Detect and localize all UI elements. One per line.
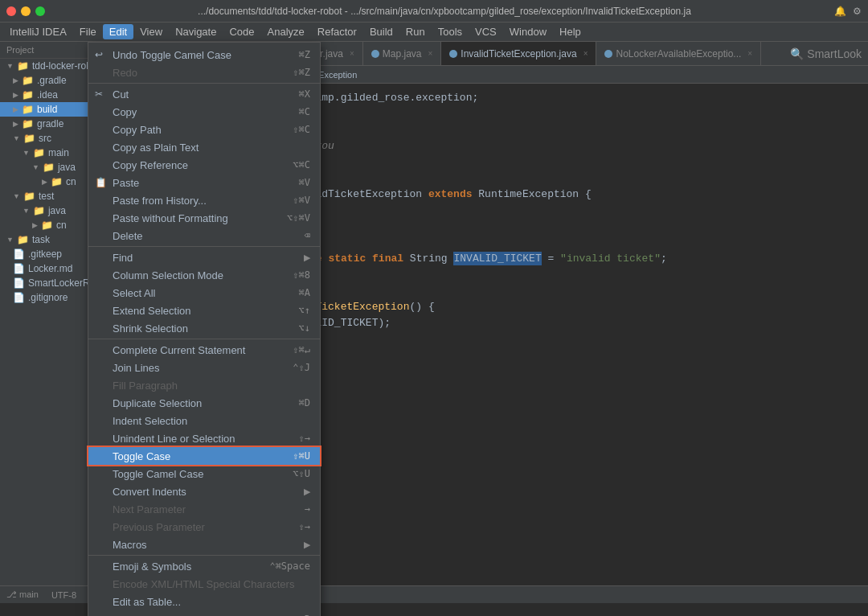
edit-menu-overlay: ↩ Undo Toggle Camel Case ⌘Z Redo ⇧⌘Z ✂ C… (88, 42, 321, 616)
menu-item-indent[interactable]: Indent Selection (88, 412, 320, 429)
sidebar-item-label: .gitkeep (28, 248, 62, 260)
menu-item-prev-param: Previous Parameter ⇧→ (88, 518, 320, 536)
tab-nolocker[interactable]: NoLockerAvailableExceptio... × (596, 42, 761, 65)
close-icon[interactable]: × (583, 49, 588, 58)
folder-icon: 📁 (22, 118, 34, 129)
menu-item-extend-selection[interactable]: Extend Selection ⌥↑ (88, 302, 320, 319)
menu-item-intellij[interactable]: IntelliJ IDEA (3, 24, 73, 39)
file-icon: 📄 (13, 292, 25, 303)
menu-item-select-all[interactable]: Select All ⌘A (88, 284, 320, 302)
title-icons: 🔔 ⚙ (834, 6, 862, 17)
menu-item-join-lines[interactable]: Join Lines ⌃⇧J (88, 359, 320, 376)
folder-icon: 📁 (17, 60, 29, 72)
menu-item-toggle-camel-case[interactable]: Toggle Camel Case ⌥⇧U (88, 465, 320, 483)
menu-item-paste-history[interactable]: Paste from History... ⇧⌘V (88, 191, 320, 209)
menu-item-convert-indents[interactable]: Convert Indents ▶ (88, 483, 320, 500)
menu-item-complete-statement[interactable]: Complete Current Statement ⇧⌘↵ (88, 341, 320, 359)
maximize-button[interactable] (35, 6, 45, 16)
chevron-right-icon: ▶ (13, 120, 18, 128)
chevron-down-icon: ▼ (23, 149, 30, 157)
undo-icon: ↩ (95, 49, 103, 60)
sidebar-item-label: cn (56, 220, 67, 231)
file-icon: 📄 (13, 248, 25, 260)
menu-item-vcs[interactable]: VCS (469, 24, 503, 39)
sidebar-item-label: Locker.md (28, 263, 72, 274)
menu-item-paste[interactable]: 📋 Paste ⌘V (88, 174, 320, 191)
sidebar-item-label: test (39, 191, 54, 202)
tab-label: NoLockerAvailableExceptio... (616, 48, 741, 60)
smartlook-icon[interactable]: 🔍 SmartLook (784, 47, 868, 60)
menu-item-view[interactable]: View (133, 24, 169, 39)
file-icon: 📄 (13, 277, 25, 289)
paste-icon: 📋 (95, 177, 107, 188)
close-icon[interactable]: × (350, 49, 354, 58)
menu-item-copy-reference[interactable]: Copy Reference ⌥⌘C (88, 156, 320, 174)
menu-item-window[interactable]: Window (503, 24, 553, 39)
git-branch[interactable]: ⎇ main (6, 589, 39, 600)
folder-icon: 📁 (22, 75, 34, 86)
menu-item-popup-restful[interactable]: Popup RESTful Toolkit ... ⌥⇧R (88, 610, 320, 616)
menu-item-refactor[interactable]: Refactor (311, 24, 363, 39)
sidebar-item-label: .gitignore (28, 292, 68, 303)
tab-invalidticket[interactable]: InvalidTicketException.java × (441, 42, 596, 65)
window-title: .../documents/tdd/tdd-locker-robot - ...… (55, 6, 834, 17)
menu-item-code[interactable]: Code (223, 24, 260, 39)
menu-item-unindent[interactable]: Unindent Line or Selection ⇧→ (88, 429, 320, 447)
menu-item-copy[interactable]: Copy ⌘C (88, 103, 320, 121)
menu-item-delete[interactable]: Delete ⌫ (88, 227, 320, 244)
menu-item-copy-path[interactable]: Copy Path ⇧⌘C (88, 121, 320, 138)
menu-item-macros[interactable]: Macros ▶ (88, 536, 320, 553)
chevron-down-icon: ▼ (13, 192, 20, 200)
folder-icon: 📁 (41, 220, 53, 231)
sidebar-item-label: java (58, 162, 76, 173)
menu-item-tools[interactable]: Tools (432, 24, 469, 39)
menu-item-column-mode[interactable]: Column Selection Mode ⇧⌘8 (88, 266, 320, 284)
file-icon: 📄 (13, 263, 25, 274)
notification-icon[interactable]: 🔔 (834, 6, 846, 17)
tab-map[interactable]: Map.java × (363, 42, 442, 65)
menu-item-duplicate[interactable]: Duplicate Selection ⌘D (88, 394, 320, 412)
encoding[interactable]: UTF-8 (51, 590, 76, 600)
folder-icon: 📁 (22, 89, 34, 101)
settings-icon[interactable]: ⚙ (853, 6, 862, 17)
folder-icon: 📁 (51, 176, 63, 187)
menu-item-file[interactable]: File (73, 24, 103, 39)
minimize-button[interactable] (21, 6, 31, 16)
folder-icon: 📁 (17, 234, 29, 245)
close-button[interactable] (6, 6, 16, 16)
chevron-right-icon: ▶ (42, 178, 47, 186)
menu-item-emoji[interactable]: Emoji & Symbols ⌃⌘Space (88, 557, 320, 575)
menu-item-find[interactable]: Find ▶ (88, 248, 320, 266)
menu-item-undo[interactable]: ↩ Undo Toggle Camel Case ⌘Z (88, 46, 320, 64)
traffic-lights (6, 6, 45, 16)
tab-label: Map.java (383, 48, 422, 60)
menu-item-help[interactable]: Help (553, 24, 588, 39)
tab-label: InvalidTicketException.java (461, 48, 576, 60)
menu-item-build[interactable]: Build (363, 24, 399, 39)
sidebar-item-label: .gradle (37, 75, 67, 86)
menu-item-run[interactable]: Run (399, 24, 432, 39)
sidebar-item-label: src (39, 133, 51, 144)
separator-2 (88, 246, 320, 247)
sidebar-item-label: main (48, 147, 69, 158)
menu-item-toggle-case[interactable]: Toggle Case ⇧⌘U (88, 447, 320, 465)
chevron-right-icon: ▶ (32, 221, 38, 229)
menu-item-copy-plain-text[interactable]: Copy as Plain Text (88, 138, 320, 156)
menu-item-edit[interactable]: Edit (103, 24, 133, 39)
menu-item-edit-table[interactable]: Edit as Table... (88, 593, 320, 610)
close-icon[interactable]: × (747, 49, 752, 58)
folder-icon: 📁 (43, 162, 55, 173)
java-file-icon (449, 50, 457, 58)
menu-item-paste-noformat[interactable]: Paste without Formatting ⌥⇧⌘V (88, 209, 320, 227)
menu-item-navigate[interactable]: Navigate (169, 24, 223, 39)
project-label: Project (6, 45, 34, 55)
edit-menu: ↩ Undo Toggle Camel Case ⌘Z Redo ⇧⌘Z ✂ C… (88, 42, 321, 616)
close-icon[interactable]: × (428, 49, 432, 58)
menu-item-fill-paragraph: Fill Paragraph (88, 376, 320, 394)
menu-item-shrink-selection[interactable]: Shrink Selection ⌥↓ (88, 319, 320, 337)
menu-item-analyze[interactable]: Analyze (261, 24, 311, 39)
sidebar-item-label: gradle (37, 118, 63, 129)
java-file-icon (604, 50, 612, 58)
separator-1 (88, 83, 320, 84)
menu-item-cut[interactable]: ✂ Cut ⌘X (88, 85, 320, 103)
